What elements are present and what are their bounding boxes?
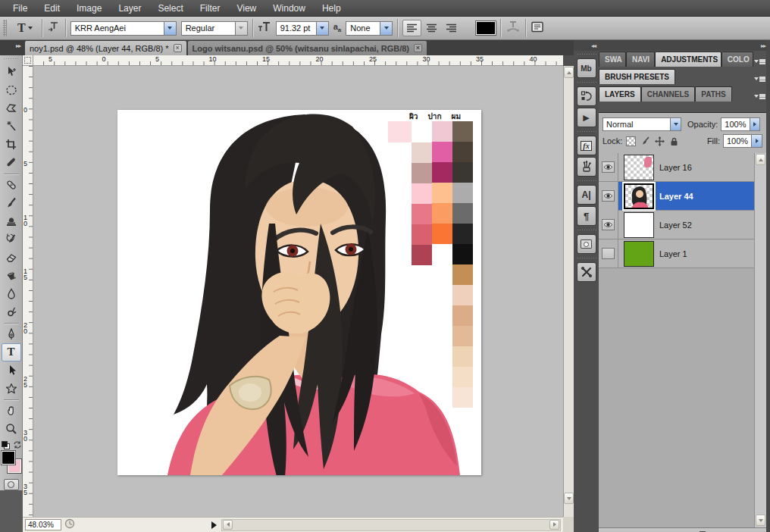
panel-menu-icon[interactable] (753, 74, 766, 84)
visibility-toggle[interactable] (599, 239, 618, 268)
layer-row-44[interactable]: Layer 44 (599, 182, 754, 211)
move-tool-button[interactable] (2, 63, 21, 81)
menu-item[interactable]: Image (68, 0, 110, 17)
menu-item[interactable]: Filter (192, 0, 229, 17)
dock-grip[interactable] (577, 53, 596, 56)
align-right-button[interactable] (442, 20, 461, 36)
path-selection-tool-button[interactable] (2, 361, 21, 380)
layer-row-52[interactable]: Layer 52 (599, 211, 754, 239)
font-family-select[interactable]: KRR AengAei (70, 21, 177, 36)
menu-item[interactable]: Edit (36, 0, 68, 17)
tab-adjustments[interactable]: ADJUSTMENTS (655, 52, 721, 67)
close-icon[interactable]: × (414, 44, 422, 52)
slider-popup-button[interactable] (751, 135, 762, 147)
dock-grip[interactable] (577, 130, 596, 133)
align-center-button[interactable] (422, 20, 441, 36)
hidden-layer-checkbox[interactable] (602, 248, 615, 259)
tab-swatches[interactable]: SWA (599, 52, 626, 67)
layers-scrollbar[interactable] (754, 153, 766, 527)
hand-tool-button[interactable] (2, 402, 21, 420)
scroll-up-button[interactable] (564, 67, 574, 78)
options-bar-grip[interactable] (3, 20, 7, 36)
character-panel-button[interactable]: A| (577, 185, 596, 205)
burn-tool-button[interactable] (2, 303, 21, 321)
layer-name[interactable]: Layer 52 (659, 221, 692, 230)
crop-tool-button[interactable] (2, 136, 21, 154)
quick-mask-button[interactable] (4, 479, 19, 490)
dock-grip[interactable] (577, 229, 596, 232)
clone-stamp-tool-button[interactable] (2, 212, 21, 230)
pen-tool-button[interactable] (2, 325, 21, 343)
tab-channels[interactable]: CHANNELS (641, 86, 696, 102)
panel-menu-icon[interactable] (753, 91, 766, 102)
dock-collapse-header[interactable]: ◂◂ (574, 40, 599, 51)
close-icon[interactable]: × (174, 44, 182, 52)
menu-item[interactable]: Select (149, 0, 191, 17)
eraser-tool-button[interactable] (2, 249, 21, 267)
mini-bridge-panel-button[interactable]: Mb (577, 58, 596, 78)
menu-item[interactable]: Window (264, 0, 314, 17)
opacity-field[interactable]: 100% (721, 117, 760, 131)
menu-item[interactable]: Layer (110, 0, 149, 17)
document-canvas[interactable]: ผิวปากผม (117, 110, 481, 475)
status-bar-expand-icon[interactable] (211, 521, 217, 529)
paragraph-panel-button[interactable]: ¶ (577, 206, 596, 226)
warp-text-icon[interactable] (506, 20, 521, 36)
default-colors-icon[interactable] (2, 441, 10, 449)
brush-tool-button[interactable] (2, 194, 21, 212)
layer-thumbnail[interactable] (624, 212, 654, 238)
panel-collapse-header[interactable]: ▸▸ (599, 40, 770, 51)
layer-name[interactable]: Layer 44 (659, 192, 693, 201)
tab-brush-presets[interactable]: BRUSH PRESETS (599, 69, 675, 84)
anti-alias-select[interactable]: None (346, 21, 393, 36)
align-left-button[interactable] (402, 20, 421, 36)
tool-presets-panel-button[interactable] (577, 262, 596, 282)
tab-color[interactable]: COLO (721, 52, 753, 67)
spot-healing-brush-tool-button[interactable] (2, 176, 21, 194)
foreground-color-swatch[interactable] (2, 451, 15, 465)
lock-pixels-button[interactable] (640, 136, 651, 147)
layer-thumbnail[interactable] (624, 241, 654, 267)
current-tool-button[interactable]: T (13, 20, 37, 36)
combo-arrow-button[interactable] (670, 118, 681, 130)
tab-navigator[interactable]: NAVI (626, 52, 655, 67)
eyedropper-tool-button[interactable] (2, 154, 21, 172)
menu-item[interactable]: View (228, 0, 264, 17)
visibility-toggle[interactable] (599, 182, 618, 211)
menu-item[interactable]: Help (314, 0, 349, 17)
vertical-scrollbar[interactable] (563, 66, 574, 517)
tab-paths[interactable]: PATHS (695, 86, 731, 102)
toolbar-grip[interactable] (3, 58, 20, 61)
layer-row-16[interactable]: Layer 16 (599, 153, 754, 182)
layer-name[interactable]: Layer 16 (659, 163, 692, 172)
custom-shape-tool-button[interactable] (2, 380, 21, 398)
elliptical-marquee-tool-button[interactable] (2, 81, 21, 99)
document-tab-logo-witsanu[interactable]: Logo witsanu.psd @ 50% (witsanu sinlapac… (188, 41, 427, 55)
brushes-panel-button[interactable] (577, 157, 596, 177)
scroll-up-button[interactable] (756, 154, 765, 165)
document-tab-noy1[interactable]: noy1.psd @ 48% (Layer 44, RGB/8) * × (25, 41, 186, 55)
history-panel-button[interactable] (577, 86, 596, 106)
type-tool-button[interactable]: T (2, 343, 21, 361)
layer-name[interactable]: Layer 1 (659, 249, 687, 258)
dock-grip[interactable] (577, 180, 596, 183)
styles-panel-button[interactable]: fx (577, 136, 596, 155)
visibility-toggle[interactable] (599, 211, 618, 239)
vertical-ruler[interactable]: 05101520253035 (23, 66, 33, 517)
slider-popup-button[interactable] (750, 118, 760, 130)
paint-bucket-tool-button[interactable] (2, 267, 21, 285)
layer-row-1[interactable]: Layer 1 (599, 239, 754, 268)
magic-wand-tool-button[interactable] (2, 117, 21, 136)
font-size-select[interactable]: 91.32 pt (276, 21, 329, 36)
toolbar-collapse-header[interactable]: ▸▸ (0, 40, 23, 51)
text-color-swatch[interactable] (476, 21, 496, 35)
scroll-left-button[interactable] (223, 520, 233, 530)
combo-arrow-button[interactable] (164, 22, 176, 35)
toggle-panels-icon[interactable] (531, 21, 544, 36)
scroll-down-button[interactable] (756, 515, 765, 526)
menu-item[interactable]: File (5, 0, 36, 17)
horizontal-ruler[interactable]: 50510152025303540 (33, 55, 563, 66)
combo-arrow-button[interactable] (316, 22, 328, 35)
dock-grip[interactable] (577, 81, 596, 84)
blend-mode-select[interactable]: Normal (603, 117, 681, 131)
